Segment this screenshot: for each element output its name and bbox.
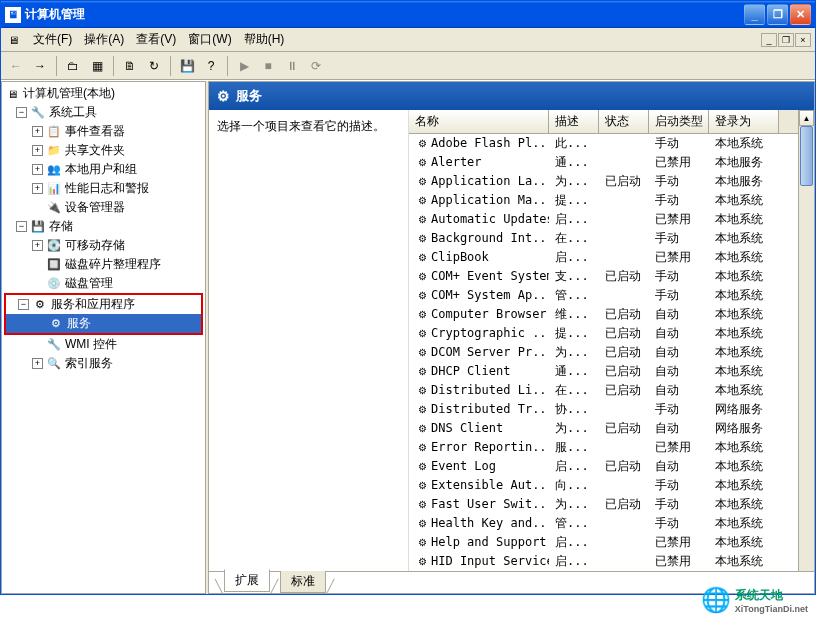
service-row[interactable]: ⚙Automatic Updates启...已禁用本地系统: [409, 210, 798, 229]
service-row[interactable]: ⚙HID Input Service启...已禁用本地系统: [409, 552, 798, 571]
service-row[interactable]: ⚙Adobe Flash Pl...此...手动本地系统: [409, 134, 798, 153]
perf-icon: 📊: [46, 181, 62, 197]
col-logon[interactable]: 登录为: [709, 110, 779, 133]
tree-defrag[interactable]: 🔲 磁盘碎片整理程序: [4, 255, 203, 274]
titlebar[interactable]: 🖥 计算机管理 _ ❐ ✕: [1, 1, 815, 28]
minimize-button[interactable]: _: [744, 4, 765, 25]
up-button[interactable]: 🗀: [62, 55, 84, 77]
start-service-button[interactable]: ▶: [233, 55, 255, 77]
expand-icon[interactable]: +: [32, 145, 43, 156]
col-status[interactable]: 状态: [599, 110, 649, 133]
forward-button[interactable]: →: [29, 55, 51, 77]
col-name[interactable]: 名称: [409, 110, 549, 133]
service-row[interactable]: ⚙DCOM Server Pr...为...已启动自动本地系统: [409, 343, 798, 362]
tree-disk-mgmt[interactable]: 💿 磁盘管理: [4, 274, 203, 293]
gear-icon: ⚙: [415, 175, 429, 189]
tab-standard[interactable]: 标准: [280, 571, 326, 593]
service-row[interactable]: ⚙Help and Support启...已禁用本地系统: [409, 533, 798, 552]
service-row[interactable]: ⚙Alerter通...已禁用本地服务: [409, 153, 798, 172]
service-row[interactable]: ⚙Health Key and...管...手动本地系统: [409, 514, 798, 533]
tree-services-apps[interactable]: − ⚙ 服务和应用程序: [6, 295, 201, 314]
mdi-minimize-button[interactable]: _: [761, 33, 777, 47]
mdi-close-button[interactable]: ×: [795, 33, 811, 47]
gear-icon: ⚙: [415, 384, 429, 398]
maximize-button[interactable]: ❐: [767, 4, 788, 25]
users-icon: 👥: [46, 162, 62, 178]
gear-icon: ⚙: [415, 460, 429, 474]
defrag-icon: 🔲: [46, 257, 62, 273]
vertical-scrollbar[interactable]: ▲ ▼: [798, 110, 814, 571]
export-button[interactable]: 💾: [176, 55, 198, 77]
pause-service-button[interactable]: ⏸: [281, 55, 303, 77]
services-apps-icon: ⚙: [32, 297, 48, 313]
service-row[interactable]: ⚙DNS Client为...已启动自动网络服务: [409, 419, 798, 438]
tree-root[interactable]: 🖥 计算机管理(本地): [4, 84, 203, 103]
collapse-icon[interactable]: −: [16, 221, 27, 232]
service-row[interactable]: ⚙COM+ System Ap...管...手动本地系统: [409, 286, 798, 305]
service-row[interactable]: ⚙Distributed Tr...协...手动网络服务: [409, 400, 798, 419]
service-row[interactable]: ⚙Distributed Li...在...已启动自动本地系统: [409, 381, 798, 400]
stop-service-button[interactable]: ■: [257, 55, 279, 77]
tree-local-users[interactable]: + 👥 本地用户和组: [4, 160, 203, 179]
collapse-icon[interactable]: −: [16, 107, 27, 118]
removable-icon: 💽: [46, 238, 62, 254]
menu-view[interactable]: 查看(V): [130, 29, 182, 50]
expand-icon[interactable]: +: [32, 240, 43, 251]
col-desc[interactable]: 描述: [549, 110, 599, 133]
back-button[interactable]: ←: [5, 55, 27, 77]
device-icon: 🔌: [46, 200, 62, 216]
menu-file[interactable]: 文件(F): [27, 29, 78, 50]
gear-icon: ⚙: [415, 270, 429, 284]
service-row[interactable]: ⚙Error Reportin...服...已禁用本地系统: [409, 438, 798, 457]
service-row[interactable]: ⚙Fast User Swit...为...已启动手动本地系统: [409, 495, 798, 514]
tree-shared-folders[interactable]: + 📁 共享文件夹: [4, 141, 203, 160]
show-hide-button[interactable]: ▦: [86, 55, 108, 77]
close-button[interactable]: ✕: [790, 4, 811, 25]
tree-removable[interactable]: + 💽 可移动存储: [4, 236, 203, 255]
menu-action[interactable]: 操作(A): [78, 29, 130, 50]
service-row[interactable]: ⚙Extensible Aut...向...手动本地系统: [409, 476, 798, 495]
scroll-up-button[interactable]: ▲: [799, 110, 814, 126]
service-row[interactable]: ⚙Application La...为...已启动手动本地服务: [409, 172, 798, 191]
main-window: 🖥 计算机管理 _ ❐ ✕ 🖥 文件(F) 操作(A) 查看(V) 窗口(W) …: [0, 0, 816, 595]
service-row[interactable]: ⚙Cryptographic ...提...已启动自动本地系统: [409, 324, 798, 343]
menu-window[interactable]: 窗口(W): [182, 29, 237, 50]
tree-system-tools[interactable]: − 🔧 系统工具: [4, 103, 203, 122]
scroll-track[interactable]: [799, 126, 814, 571]
scroll-thumb[interactable]: [800, 126, 813, 186]
tab-extended[interactable]: 扩展: [224, 569, 270, 592]
service-row[interactable]: ⚙Event Log启...已启动自动本地系统: [409, 457, 798, 476]
collapse-icon[interactable]: −: [18, 299, 29, 310]
col-startup[interactable]: 启动类型: [649, 110, 709, 133]
tree-device-mgr[interactable]: 🔌 设备管理器: [4, 198, 203, 217]
watermark-url: XiTongTianDi.net: [735, 604, 808, 614]
tree-services[interactable]: ⚙ 服务: [6, 314, 201, 333]
highlighted-region: − ⚙ 服务和应用程序 ⚙ 服务: [4, 293, 203, 335]
tree-pane[interactable]: 🖥 计算机管理(本地) − 🔧 系统工具 + 📋 事件查看器 + 📁 共享文件夹…: [1, 81, 205, 594]
toolbar: ← → 🗀 ▦ 🗎 ↻ 💾 ? ▶ ■ ⏸ ⟳: [1, 52, 815, 80]
help-button[interactable]: ?: [200, 55, 222, 77]
expand-icon[interactable]: +: [32, 126, 43, 137]
services-list[interactable]: 名称 描述 状态 启动类型 登录为 ⚙Adobe Flash Pl...此...…: [409, 110, 814, 571]
properties-button[interactable]: 🗎: [119, 55, 141, 77]
service-row[interactable]: ⚙Background Int...在...手动本地系统: [409, 229, 798, 248]
tree-wmi[interactable]: 🔧 WMI 控件: [4, 335, 203, 354]
expand-icon[interactable]: +: [32, 164, 43, 175]
expand-icon[interactable]: +: [32, 183, 43, 194]
tree-event-viewer[interactable]: + 📋 事件查看器: [4, 122, 203, 141]
menu-help[interactable]: 帮助(H): [238, 29, 291, 50]
description-prompt: 选择一个项目来查看它的描述。: [217, 118, 400, 135]
expand-icon[interactable]: +: [32, 358, 43, 369]
tree-indexing[interactable]: + 🔍 索引服务: [4, 354, 203, 373]
tree-storage[interactable]: − 💾 存储: [4, 217, 203, 236]
refresh-button[interactable]: ↻: [143, 55, 165, 77]
mdi-restore-button[interactable]: ❐: [778, 33, 794, 47]
service-row[interactable]: ⚙ClipBook启...已禁用本地系统: [409, 248, 798, 267]
service-row[interactable]: ⚙COM+ Event System支...已启动手动本地系统: [409, 267, 798, 286]
restart-service-button[interactable]: ⟳: [305, 55, 327, 77]
service-row[interactable]: ⚙DHCP Client通...已启动自动本地系统: [409, 362, 798, 381]
tree-perf-logs[interactable]: + 📊 性能日志和警报: [4, 179, 203, 198]
service-row[interactable]: ⚙Computer Browser维...已启动自动本地系统: [409, 305, 798, 324]
service-row[interactable]: ⚙Application Ma...提...手动本地系统: [409, 191, 798, 210]
gear-icon: ⚙: [415, 555, 429, 569]
